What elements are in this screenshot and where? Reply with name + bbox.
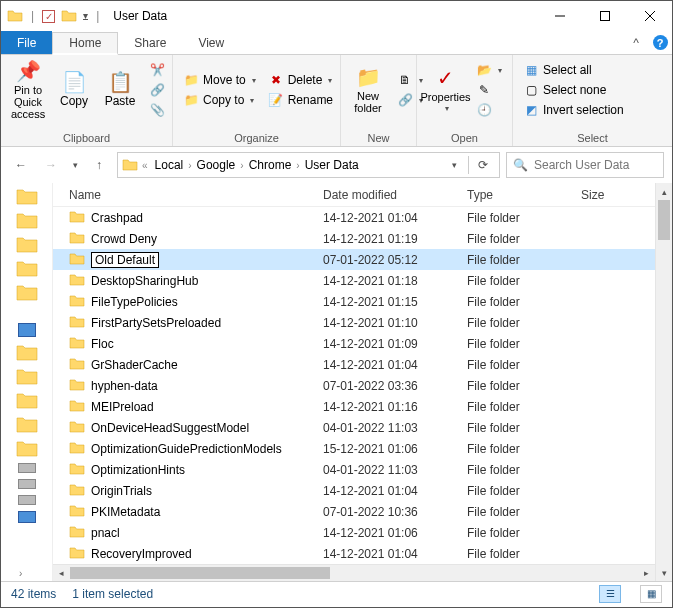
- up-button[interactable]: ↑: [87, 153, 111, 177]
- column-size[interactable]: Size: [581, 188, 655, 202]
- checkbox-icon[interactable]: ✓: [42, 10, 55, 23]
- file-rows[interactable]: Crashpad14-12-2021 01:04File folderCrowd…: [53, 207, 655, 564]
- paste-shortcut-button[interactable]: 📎: [145, 101, 169, 119]
- help-button[interactable]: ?: [648, 31, 672, 54]
- move-to-button[interactable]: 📁Move to▾: [179, 71, 260, 89]
- minimize-button[interactable]: [537, 1, 582, 31]
- table-row[interactable]: OnDeviceHeadSuggestModel04-01-2022 11:03…: [53, 417, 655, 438]
- search-input[interactable]: 🔍 Search User Data: [506, 152, 664, 178]
- scroll-left-icon[interactable]: ◂: [53, 565, 70, 581]
- table-row[interactable]: FirstPartySetsPreloaded14-12-2021 01:10F…: [53, 312, 655, 333]
- breadcrumb-item[interactable]: Chrome: [246, 158, 295, 172]
- history-button[interactable]: 🕘: [472, 101, 506, 119]
- qat-dropdown-icon[interactable]: ▾: [83, 12, 88, 20]
- table-row[interactable]: DesktopSharingHub14-12-2021 01:18File fo…: [53, 270, 655, 291]
- nav-row: ← → ▾ ↑ « Local›Google›Chrome›User Data …: [1, 147, 672, 183]
- copy-path-button[interactable]: 🔗: [145, 81, 169, 99]
- window-title: User Data: [113, 9, 167, 23]
- scroll-right-icon[interactable]: ▸: [638, 565, 655, 581]
- vertical-scrollbar[interactable]: ▴ ▾: [655, 183, 672, 581]
- table-row[interactable]: MEIPreload14-12-2021 01:16File folder: [53, 396, 655, 417]
- folder-icon[interactable]: [16, 439, 38, 457]
- delete-button[interactable]: ✖Delete▾: [264, 71, 337, 89]
- scroll-up-icon[interactable]: ▴: [656, 183, 672, 200]
- address-dropdown-icon[interactable]: ▾: [442, 153, 466, 177]
- table-row[interactable]: OptimizationGuidePredictionModels15-12-2…: [53, 438, 655, 459]
- collapse-ribbon-icon[interactable]: ^: [624, 31, 648, 54]
- column-date[interactable]: Date modified: [323, 188, 467, 202]
- refresh-button[interactable]: ⟳: [471, 153, 495, 177]
- table-row[interactable]: Crashpad14-12-2021 01:04File folder: [53, 207, 655, 228]
- file-date: 07-01-2022 03:36: [323, 379, 467, 393]
- address-bar[interactable]: « Local›Google›Chrome›User Data ▾ ⟳: [117, 152, 500, 178]
- horizontal-scrollbar[interactable]: ◂ ▸: [53, 564, 655, 581]
- close-button[interactable]: [627, 1, 672, 31]
- breadcrumb-item[interactable]: Local: [152, 158, 187, 172]
- edit-button[interactable]: ✎: [472, 81, 506, 99]
- breadcrumb-item[interactable]: Google: [194, 158, 239, 172]
- maximize-button[interactable]: [582, 1, 627, 31]
- table-row[interactable]: PKIMetadata07-01-2022 10:36File folder: [53, 501, 655, 522]
- breadcrumb-item[interactable]: User Data: [302, 158, 362, 172]
- select-all-icon: ▦: [523, 63, 539, 77]
- copy-button[interactable]: 📄 Copy: [51, 57, 97, 123]
- table-row[interactable]: OriginTrials14-12-2021 01:04File folder: [53, 480, 655, 501]
- table-row[interactable]: RecoveryImproved14-12-2021 01:04File fol…: [53, 543, 655, 564]
- rename-input[interactable]: Old Default: [91, 252, 159, 268]
- chevron-right-icon[interactable]: ›: [19, 568, 22, 579]
- back-button[interactable]: ←: [9, 153, 33, 177]
- details-view-button[interactable]: ☰: [599, 585, 621, 603]
- tab-view[interactable]: View: [182, 31, 240, 54]
- paste-button[interactable]: 📋 Paste: [97, 57, 143, 123]
- table-row[interactable]: hyphen-data07-01-2022 03:36File folder: [53, 375, 655, 396]
- scroll-thumb[interactable]: [70, 567, 330, 579]
- thumbnails-view-button[interactable]: ▦: [640, 585, 662, 603]
- invert-selection-button[interactable]: ◩Invert selection: [519, 101, 628, 119]
- folder-icon[interactable]: [16, 283, 38, 301]
- file-date: 14-12-2021 01:04: [323, 547, 467, 561]
- table-row[interactable]: Floc14-12-2021 01:09File folder: [53, 333, 655, 354]
- select-none-button[interactable]: ▢Select none: [519, 81, 628, 99]
- folder-icon[interactable]: [16, 367, 38, 385]
- breadcrumb[interactable]: Local›Google›Chrome›User Data: [152, 158, 362, 172]
- column-type[interactable]: Type: [467, 188, 581, 202]
- open-button[interactable]: 📂▾: [472, 61, 506, 79]
- folder-icon[interactable]: [16, 259, 38, 277]
- file-name: pnacl: [91, 526, 120, 540]
- table-row[interactable]: Crowd Deny14-12-2021 01:19File folder: [53, 228, 655, 249]
- scroll-thumb[interactable]: [658, 200, 670, 240]
- column-headers[interactable]: Name Date modified Type Size: [53, 183, 655, 207]
- forward-button[interactable]: →: [39, 153, 63, 177]
- tab-file[interactable]: File: [1, 31, 52, 54]
- folder-icon[interactable]: [16, 235, 38, 253]
- folder-icon[interactable]: [16, 343, 38, 361]
- copy-to-button[interactable]: 📁Copy to▾: [179, 91, 260, 109]
- folder-icon[interactable]: [16, 187, 38, 205]
- drive-icon[interactable]: [18, 479, 36, 489]
- pin-to-quick-access-button[interactable]: 📌 Pin to Quick access: [5, 57, 51, 123]
- drive-icon[interactable]: [18, 463, 36, 473]
- scroll-down-icon[interactable]: ▾: [656, 564, 672, 581]
- this-pc-icon[interactable]: [18, 323, 36, 337]
- table-row[interactable]: Old Default07-01-2022 05:12File folder: [53, 249, 655, 270]
- table-row[interactable]: GrShaderCache14-12-2021 01:04File folder: [53, 354, 655, 375]
- cut-button[interactable]: ✂️: [145, 61, 169, 79]
- tab-home[interactable]: Home: [52, 32, 118, 55]
- recent-locations-button[interactable]: ▾: [69, 153, 81, 177]
- table-row[interactable]: FileTypePolicies14-12-2021 01:15File fol…: [53, 291, 655, 312]
- network-icon[interactable]: [18, 511, 36, 523]
- table-row[interactable]: pnacl14-12-2021 01:06File folder: [53, 522, 655, 543]
- column-name[interactable]: Name: [69, 188, 323, 202]
- drive-icon[interactable]: [18, 495, 36, 505]
- rename-button[interactable]: 📝Rename: [264, 91, 337, 109]
- folder-icon[interactable]: [16, 391, 38, 409]
- properties-button[interactable]: ✓ Properties ▾: [421, 57, 470, 123]
- new-folder-icon: 📁: [356, 66, 381, 88]
- navigation-pane[interactable]: ›: [1, 183, 53, 581]
- table-row[interactable]: OptimizationHints04-01-2022 11:03File fo…: [53, 459, 655, 480]
- folder-icon[interactable]: [16, 415, 38, 433]
- tab-share[interactable]: Share: [118, 31, 182, 54]
- new-folder-button[interactable]: 📁 New folder: [345, 57, 391, 123]
- select-all-button[interactable]: ▦Select all: [519, 61, 628, 79]
- folder-icon[interactable]: [16, 211, 38, 229]
